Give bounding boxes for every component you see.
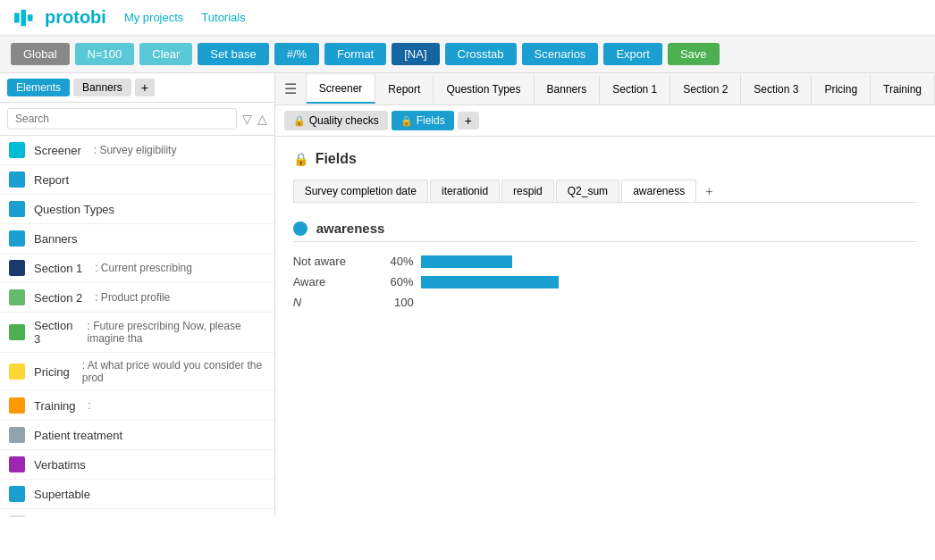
sidebar-item-section1[interactable]: Section 1: Current prescribing bbox=[0, 254, 274, 283]
sidebar-item-section3[interactable]: Section 3: Future prescribing Now, pleas… bbox=[0, 313, 274, 353]
inner-tab-quality-checks[interactable]: 🔒Quality checks bbox=[284, 111, 388, 130]
right-tab-report[interactable]: Report bbox=[375, 75, 434, 104]
sidebar-label-screener: Screener bbox=[34, 144, 81, 157]
awareness-chart: Not aware40%Aware60%N100 bbox=[293, 255, 651, 309]
hash-button[interactable]: #/% bbox=[274, 43, 319, 65]
fields-sub-tab-awareness[interactable]: awareness bbox=[621, 180, 696, 202]
sidebar-desc-section3: : Future prescribing Now, please imagine… bbox=[87, 320, 265, 345]
fields-section-title: 🔒 Fields bbox=[293, 151, 917, 167]
sidebar-item-supertable[interactable]: Supertable bbox=[0, 480, 274, 509]
fields-title-text: Fields bbox=[316, 151, 357, 167]
lock-icon: 🔒 bbox=[400, 115, 413, 127]
sidebar-item-training[interactable]: Training: bbox=[0, 391, 274, 421]
sidebar-item-screener[interactable]: Screener: Survey eligibility bbox=[0, 136, 274, 165]
clear-button[interactable]: Clear bbox=[139, 43, 192, 65]
sidebar-color-change-log: 🔒 bbox=[9, 515, 25, 517]
right-tab-section-3[interactable]: Section 3 bbox=[741, 75, 812, 104]
fields-sub-tab-survey-completion-date[interactable]: Survey completion date bbox=[293, 180, 428, 202]
set-base-button[interactable]: Set base bbox=[198, 43, 268, 65]
logo-icon bbox=[14, 9, 39, 27]
add-fields-sub-tab[interactable]: + bbox=[698, 180, 720, 202]
global-button[interactable]: Global bbox=[11, 43, 70, 65]
inner-tab-label-fields: Fields bbox=[417, 114, 445, 127]
my-projects-link[interactable]: My projects bbox=[124, 11, 183, 24]
sidebar-item-patient-treatment[interactable]: Patient treatment bbox=[0, 421, 274, 450]
sidebar-label-patient-treatment: Patient treatment bbox=[34, 429, 122, 442]
sidebar-color-section2 bbox=[9, 289, 25, 305]
inner-tab-label-quality-checks: Quality checks bbox=[309, 114, 379, 127]
crosstab-button[interactable]: Crosstab bbox=[445, 43, 517, 65]
sidebar-color-patient-treatment bbox=[9, 427, 25, 443]
search-input[interactable] bbox=[7, 108, 237, 130]
sidebar-label-section2: Section 2 bbox=[34, 291, 82, 305]
chart-bar-bg-aware bbox=[421, 276, 651, 288]
sidebar-item-pricing[interactable]: Pricing: At what price would you conside… bbox=[0, 353, 274, 391]
main-layout: Elements Banners + ▽ △ Screener: Survey … bbox=[0, 73, 935, 517]
sidebar-color-banners bbox=[9, 230, 25, 247]
sidebar-item-banners[interactable]: Banners bbox=[0, 224, 274, 254]
sidebar-label-verbatims: Verbatims bbox=[34, 458, 86, 472]
fields-sub-tabs: Survey completion dateiterationidrespidQ… bbox=[293, 180, 917, 203]
add-inner-tab[interactable]: + bbox=[458, 112, 479, 130]
inner-tab-fields[interactable]: 🔒Fields bbox=[392, 111, 454, 130]
sidebar-desc-training: : bbox=[88, 399, 90, 412]
content-area: 🔒 Fields Survey completion dateiteration… bbox=[275, 137, 935, 517]
sidebar-desc-pricing: : At what price would you consider the p… bbox=[82, 359, 265, 384]
fields-sub-tab-q2_sum[interactable]: Q2_sum bbox=[556, 180, 619, 202]
logo-text: protobi bbox=[45, 7, 106, 28]
chart-pct-not-aware: 40% bbox=[374, 255, 414, 268]
scenarios-button[interactable]: Scenarios bbox=[522, 43, 599, 65]
n-button[interactable]: N=100 bbox=[75, 43, 135, 65]
export-button[interactable]: Export bbox=[603, 43, 662, 65]
right-tab-question-types[interactable]: Question Types bbox=[434, 75, 534, 104]
logo: protobi bbox=[14, 7, 106, 28]
right-tab-section-2[interactable]: Section 2 bbox=[670, 75, 741, 104]
tutorials-link[interactable]: Tutorials bbox=[201, 11, 245, 24]
fields-sub-tab-iterationid[interactable]: iterationid bbox=[430, 180, 500, 202]
banners-tab[interactable]: Banners bbox=[73, 79, 131, 96]
svg-rect-2 bbox=[28, 14, 33, 21]
sidebar-label-question-types: Question Types bbox=[34, 203, 114, 216]
filter-up-button[interactable]: △ bbox=[257, 112, 267, 126]
right-tab-banners[interactable]: Banners bbox=[535, 75, 601, 104]
left-panel: Elements Banners + ▽ △ Screener: Survey … bbox=[0, 73, 275, 517]
sidebar-label-training: Training bbox=[34, 399, 75, 413]
filter-down-button[interactable]: ▽ bbox=[242, 112, 252, 126]
awareness-header: awareness bbox=[293, 221, 917, 242]
elements-tab[interactable]: Elements bbox=[7, 79, 70, 96]
format-button[interactable]: Format bbox=[324, 43, 386, 65]
sidebar-label-change-log: Change Log bbox=[34, 517, 97, 518]
hamburger-button[interactable]: ☰ bbox=[275, 73, 307, 104]
sidebar-label-banners: Banners bbox=[34, 232, 77, 246]
sidebar-item-change-log[interactable]: 🔒Change Log bbox=[0, 509, 274, 517]
toolbar: Global N=100 Clear Set base #/% Format [… bbox=[0, 36, 935, 73]
chart-pct-aware: 60% bbox=[374, 275, 414, 288]
save-button[interactable]: Save bbox=[668, 43, 720, 65]
sidebar-label-section1: Section 1 bbox=[34, 262, 82, 275]
sidebar-color-screener bbox=[9, 142, 25, 158]
sidebar-list: Screener: Survey eligibilityReportQuesti… bbox=[0, 136, 274, 517]
sidebar-desc-screener: : Survey eligibility bbox=[94, 144, 177, 156]
right-tab-pricing[interactable]: Pricing bbox=[812, 75, 871, 104]
sidebar-item-section2[interactable]: Section 2: Product profile bbox=[0, 283, 274, 313]
sidebar-color-section1 bbox=[9, 260, 25, 276]
right-panel: ☰ ScreenerReportQuestion TypesBannersSec… bbox=[275, 73, 935, 517]
right-tab-training[interactable]: Training bbox=[871, 75, 935, 104]
sidebar-item-question-types[interactable]: Question Types bbox=[0, 195, 274, 224]
na-button[interactable]: [NA] bbox=[392, 43, 439, 65]
sidebar-desc-section2: : Product profile bbox=[95, 291, 170, 304]
svg-rect-1 bbox=[21, 9, 26, 26]
sidebar-item-report[interactable]: Report bbox=[0, 165, 274, 195]
fields-lock-icon: 🔒 bbox=[293, 152, 308, 166]
right-tab-section-1[interactable]: Section 1 bbox=[600, 75, 670, 104]
fields-sub-tab-respid[interactable]: respid bbox=[501, 180, 554, 202]
add-panel-tab[interactable]: + bbox=[135, 79, 155, 96]
chart-row-n: N100 bbox=[293, 296, 651, 309]
chart-label-n: N bbox=[293, 296, 374, 309]
sidebar-item-verbatims[interactable]: Verbatims bbox=[0, 450, 274, 480]
sidebar-label-section3: Section 3 bbox=[34, 319, 74, 346]
sidebar-label-pricing: Pricing bbox=[34, 365, 70, 379]
panel-tabs: Elements Banners + bbox=[0, 73, 274, 103]
right-tab-screener[interactable]: Screener bbox=[307, 75, 376, 104]
sidebar-color-pricing bbox=[9, 364, 25, 380]
